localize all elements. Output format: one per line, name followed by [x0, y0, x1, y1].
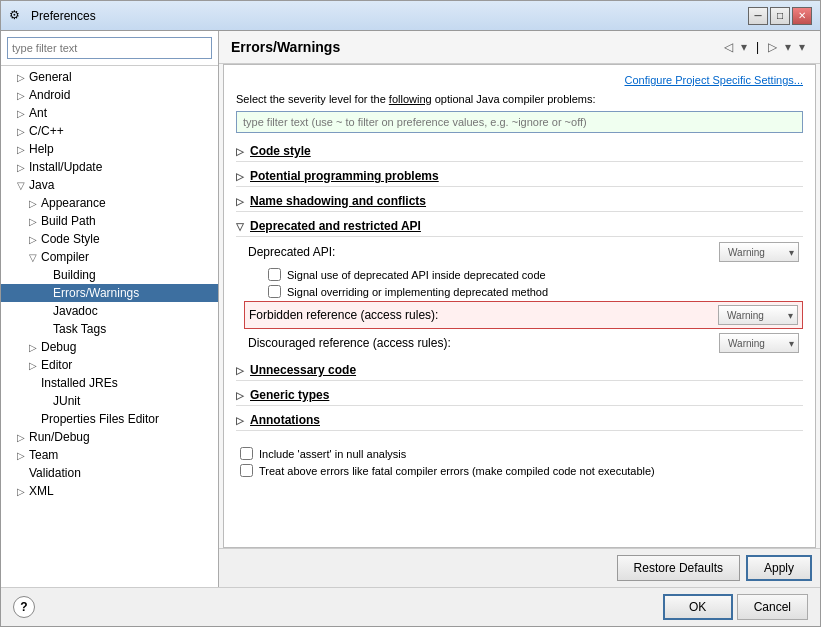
sidebar-item-javadoc[interactable]: Javadoc: [1, 302, 218, 320]
sidebar-item-editor[interactable]: ▷ Editor: [1, 356, 218, 374]
bottom-footer: ? OK Cancel: [1, 587, 820, 626]
back-arrow[interactable]: ◁: [721, 40, 736, 54]
sidebar-item-label: Java: [29, 178, 54, 192]
close-button[interactable]: ✕: [792, 7, 812, 25]
expand-arrow: ▷: [29, 198, 41, 209]
section-label: Unnecessary code: [250, 363, 356, 377]
sidebar-item-install[interactable]: ▷ Install/Update: [1, 158, 218, 176]
sidebar-item-label: Appearance: [41, 196, 106, 210]
sidebar-item-xml[interactable]: ▷ XML: [1, 482, 218, 500]
sidebar-filter-area: [1, 31, 218, 66]
nav-menu[interactable]: ▾: [796, 40, 808, 54]
signal-overriding-row: Signal overriding or implementing deprec…: [264, 283, 803, 300]
sidebar-item-task-tags[interactable]: Task Tags: [1, 320, 218, 338]
dropdown-arrow-icon: ▾: [788, 310, 793, 321]
expand-arrow: ▷: [17, 72, 29, 83]
deprecated-api-label: Deprecated API:: [248, 245, 719, 259]
sidebar-item-label: XML: [29, 484, 54, 498]
section-unnecessary-code[interactable]: ▷ Unnecessary code: [236, 360, 803, 381]
expand-arrow: ▷: [17, 432, 29, 443]
nav-dropdown1[interactable]: ▾: [738, 40, 750, 54]
sidebar-item-label: Javadoc: [53, 304, 98, 318]
expand-arrow: ▷: [17, 126, 29, 137]
content-scroll-area[interactable]: Configure Project Specific Settings... S…: [223, 64, 816, 548]
discouraged-ref-row: Discouraged reference (access rules): Wa…: [244, 330, 803, 356]
sidebar-item-team[interactable]: ▷ Team: [1, 446, 218, 464]
description-text: Select the severity level for the follow…: [236, 93, 803, 105]
window-title: Preferences: [31, 9, 748, 23]
sidebar-item-errors-warnings[interactable]: Errors/Warnings: [1, 284, 218, 302]
expand-arrow: ▷: [29, 360, 41, 371]
desc-underline: following: [389, 93, 432, 105]
cancel-button[interactable]: Cancel: [737, 594, 808, 620]
nav-arrows: ◁ ▾ | ▷ ▾ ▾: [721, 40, 808, 54]
content-filter-input[interactable]: [236, 111, 803, 133]
section-arrow-icon: ▷: [236, 365, 250, 376]
sidebar-item-junit[interactable]: JUnit: [1, 392, 218, 410]
discouraged-ref-label: Discouraged reference (access rules):: [248, 336, 719, 350]
sidebar-item-code-style[interactable]: ▷ Code Style: [1, 230, 218, 248]
nav-dropdown2[interactable]: ▾: [782, 40, 794, 54]
deprecated-api-dropdown: Warning ▾: [719, 242, 799, 262]
section-annotations[interactable]: ▷ Annotations: [236, 410, 803, 431]
section-name-shadowing[interactable]: ▷ Name shadowing and conflicts: [236, 191, 803, 212]
treat-fatal-checkbox[interactable]: [240, 464, 253, 477]
section-generic-types[interactable]: ▷ Generic types: [236, 385, 803, 406]
title-bar: ⚙ Preferences ─ □ ✕: [1, 1, 820, 31]
sidebar-item-installed-jres[interactable]: Installed JREs: [1, 374, 218, 392]
sidebar-item-prop-files[interactable]: Properties Files Editor: [1, 410, 218, 428]
sidebar-item-appearance[interactable]: ▷ Appearance: [1, 194, 218, 212]
expand-arrow: ▷: [29, 234, 41, 245]
sidebar-item-help[interactable]: ▷ Help: [1, 140, 218, 158]
sidebar-item-compiler[interactable]: ▽ Compiler: [1, 248, 218, 266]
signal-deprecated-checkbox[interactable]: [268, 268, 281, 281]
sidebar-item-general[interactable]: ▷ General: [1, 68, 218, 86]
section-potential-problems[interactable]: ▷ Potential programming problems: [236, 166, 803, 187]
sidebar-item-label: Run/Debug: [29, 430, 90, 444]
window-icon: ⚙: [9, 8, 25, 24]
sidebar-item-validation[interactable]: Validation: [1, 464, 218, 482]
sidebar-item-label: Help: [29, 142, 54, 156]
forbidden-ref-row: Forbidden reference (access rules): Warn…: [244, 301, 803, 329]
discouraged-ref-dropdown-btn[interactable]: Warning ▾: [719, 333, 799, 353]
content-title: Errors/Warnings: [231, 39, 340, 55]
window-controls: ─ □ ✕: [748, 7, 812, 25]
signal-overriding-checkbox[interactable]: [268, 285, 281, 298]
configure-project-link[interactable]: Configure Project Specific Settings...: [624, 74, 803, 86]
preferences-window: ⚙ Preferences ─ □ ✕ ▷ General ▷ Android: [0, 0, 821, 627]
sidebar-item-label: Debug: [41, 340, 76, 354]
dropdown-value: Warning: [727, 310, 764, 321]
expand-arrow: ▷: [17, 108, 29, 119]
section-arrow-icon: ▷: [236, 196, 250, 207]
discouraged-ref-dropdown: Warning ▾: [719, 333, 799, 353]
expand-arrow: ▷: [29, 216, 41, 227]
sidebar-item-cpp[interactable]: ▷ C/C++: [1, 122, 218, 140]
forbidden-ref-dropdown-btn[interactable]: Warning ▾: [718, 305, 798, 325]
restore-defaults-button[interactable]: Restore Defaults: [617, 555, 740, 581]
section-arrow-icon: ▷: [236, 146, 250, 157]
help-button[interactable]: ?: [13, 596, 35, 618]
section-arrow-icon: ▷: [236, 171, 250, 182]
section-code-style[interactable]: ▷ Code style: [236, 141, 803, 162]
sidebar-item-run-debug[interactable]: ▷ Run/Debug: [1, 428, 218, 446]
sidebar-item-android[interactable]: ▷ Android: [1, 86, 218, 104]
section-arrow-icon: ▷: [236, 415, 250, 426]
sidebar-item-ant[interactable]: ▷ Ant: [1, 104, 218, 122]
sidebar-filter-input[interactable]: [7, 37, 212, 59]
ok-button[interactable]: OK: [663, 594, 733, 620]
sidebar-item-debug[interactable]: ▷ Debug: [1, 338, 218, 356]
minimize-button[interactable]: ─: [748, 7, 768, 25]
maximize-button[interactable]: □: [770, 7, 790, 25]
sidebar-item-building[interactable]: Building: [1, 266, 218, 284]
section-label: Generic types: [250, 388, 329, 402]
section-deprecated-api[interactable]: ▽ Deprecated and restricted API: [236, 216, 803, 237]
expand-arrow: ▽: [29, 252, 41, 263]
apply-button[interactable]: Apply: [746, 555, 812, 581]
sidebar-item-java[interactable]: ▽ Java: [1, 176, 218, 194]
forward-arrow[interactable]: ▷: [765, 40, 780, 54]
sidebar-item-build-path[interactable]: ▷ Build Path: [1, 212, 218, 230]
sidebar-item-label: Build Path: [41, 214, 96, 228]
main-area: ▷ General ▷ Android ▷ Ant ▷ C/C++ ▷ He: [1, 31, 820, 587]
include-assert-checkbox[interactable]: [240, 447, 253, 460]
deprecated-api-dropdown-btn[interactable]: Warning ▾: [719, 242, 799, 262]
